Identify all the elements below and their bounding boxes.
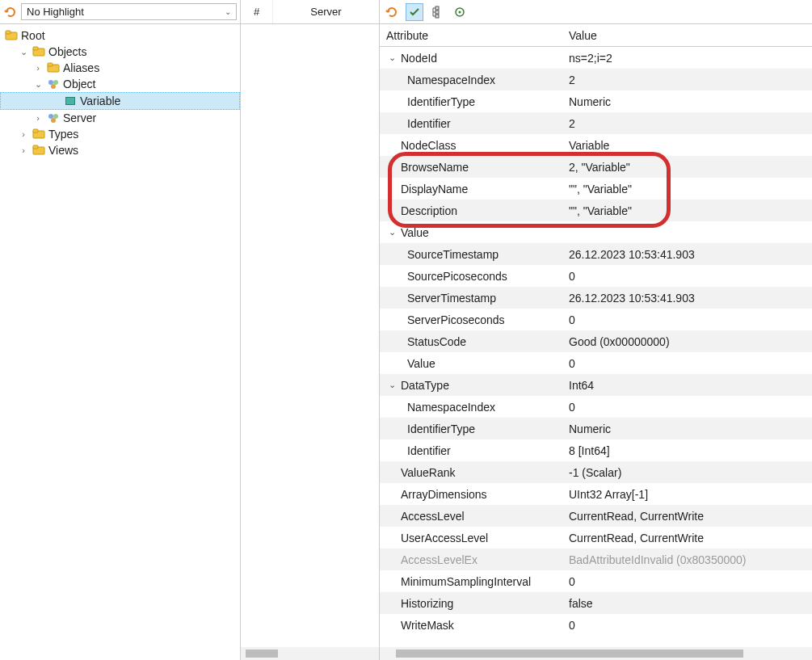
svg-point-10 <box>53 114 58 119</box>
folder-icon <box>32 128 45 141</box>
attr-row[interactable]: ServerTimestamp26.12.2023 10:53:41.903 <box>380 287 812 309</box>
attr-name: WriteMask <box>401 619 454 632</box>
refresh-icon[interactable] <box>383 3 401 21</box>
attr-name: DataType <box>401 379 449 392</box>
attr-value: CurrentRead, CurrentWrite <box>569 532 704 544</box>
attr-row[interactable]: Value0 <box>380 352 812 374</box>
server-table-body <box>241 24 379 647</box>
attr-row[interactable]: ⌄DataTypeInt64 <box>380 374 812 396</box>
chevron-right-icon[interactable]: › <box>32 64 44 73</box>
attr-row[interactable]: DisplayName"", "Variable" <box>380 178 812 200</box>
attr-value: ns=2;i=2 <box>569 52 612 65</box>
tree-node-objects[interactable]: ⌄ Objects <box>0 44 240 60</box>
attr-row[interactable]: ServerPicoseconds0 <box>380 309 812 330</box>
attr-name: NodeClass <box>401 139 456 152</box>
attr-table-body[interactable]: ⌄NodeIdns=2;i=2NamespaceIndex2Identifier… <box>380 47 812 647</box>
col-index[interactable]: # <box>241 0 273 23</box>
attr-name: IdentifierType <box>407 95 475 108</box>
attr-name: SourcePicoseconds <box>407 270 507 283</box>
attr-name: ServerTimestamp <box>407 292 496 305</box>
attr-value: 2 <box>569 117 575 130</box>
tree-structure-icon[interactable] <box>428 3 446 21</box>
svg-rect-18 <box>435 15 439 18</box>
refresh-icon[interactable] <box>3 5 18 19</box>
attr-row[interactable]: NamespaceIndex2 <box>380 69 812 90</box>
target-icon[interactable] <box>451 3 469 21</box>
attr-row[interactable]: Description"", "Variable" <box>380 200 812 221</box>
attr-row[interactable]: Identifier8 [Int64] <box>380 439 812 461</box>
chevron-right-icon[interactable]: › <box>18 146 29 155</box>
attr-name: Identifier <box>407 444 451 457</box>
attr-row[interactable]: ValueRank-1 (Scalar) <box>380 461 812 483</box>
attr-toolbar <box>380 0 812 24</box>
col-server[interactable]: Server <box>273 0 379 23</box>
attr-row[interactable]: BrowseName2, "Variable" <box>380 156 812 178</box>
browse-tree[interactable]: Root ⌄ Objects › Aliases ⌄ Object Variab… <box>0 24 240 158</box>
svg-point-6 <box>48 80 53 85</box>
attr-value: 0 <box>569 357 575 370</box>
svg-point-20 <box>459 11 461 13</box>
attr-name: ArrayDimensions <box>401 488 487 501</box>
chevron-down-icon[interactable]: ⌄ <box>386 53 398 63</box>
chevron-right-icon[interactable]: › <box>32 114 44 123</box>
folder-icon <box>5 29 18 42</box>
tree-label: Views <box>48 144 78 157</box>
attr-row[interactable]: UserAccessLevelCurrentRead, CurrentWrite <box>380 527 812 549</box>
horizontal-scrollbar[interactable] <box>241 647 379 660</box>
attr-value: Good (0x00000000) <box>569 335 670 348</box>
tree-node-variable[interactable]: Variable <box>0 92 240 110</box>
attr-row[interactable]: StatusCodeGood (0x00000000) <box>380 330 812 352</box>
attr-value: CurrentRead, CurrentWrite <box>569 510 704 523</box>
attr-value: 2, "Variable" <box>569 161 630 174</box>
col-attribute[interactable]: Attribute <box>380 29 566 42</box>
tree-node-types[interactable]: › Types <box>0 126 240 142</box>
highlight-dropdown[interactable]: No Highlight ⌄ <box>21 3 237 20</box>
attr-row[interactable]: AccessLevelExBadAttributeIdInvalid (0x80… <box>380 549 812 570</box>
attr-row[interactable]: SourceTimestamp26.12.2023 10:53:41.903 <box>380 243 812 265</box>
attr-row[interactable]: Historizingfalse <box>380 592 812 614</box>
tree-node-views[interactable]: › Views <box>0 142 240 158</box>
attr-name: NamespaceIndex <box>407 401 495 414</box>
attr-value: Numeric <box>569 422 611 435</box>
attr-row[interactable]: SourcePicoseconds0 <box>380 265 812 287</box>
attr-value: Numeric <box>569 95 611 108</box>
chevron-down-icon[interactable]: ⌄ <box>32 80 44 89</box>
attr-row[interactable]: NodeClassVariable <box>380 134 812 156</box>
tree-label: Root <box>21 29 45 42</box>
attr-row[interactable]: ⌄Value <box>380 221 812 243</box>
server-panel: # Server <box>241 0 380 660</box>
col-value[interactable]: Value <box>566 29 812 42</box>
attr-value: "", "Variable" <box>569 204 632 217</box>
chevron-down-icon[interactable]: ⌄ <box>386 380 398 390</box>
chevron-right-icon[interactable]: › <box>18 130 29 139</box>
tree-node-root[interactable]: Root <box>0 27 240 44</box>
attr-value: -1 (Scalar) <box>569 466 621 479</box>
attr-row[interactable]: WriteMask0 <box>380 614 812 636</box>
app-root: No Highlight ⌄ Root ⌄ Objects › Aliases … <box>0 0 812 660</box>
scrollbar-thumb[interactable] <box>396 649 743 658</box>
attr-name: NodeId <box>401 52 437 65</box>
svg-point-11 <box>51 118 56 123</box>
attr-row[interactable]: AccessLevelCurrentRead, CurrentWrite <box>380 505 812 527</box>
svg-rect-16 <box>435 6 439 10</box>
attr-row[interactable]: ArrayDimensionsUInt32 Array[-1] <box>380 483 812 505</box>
attr-row[interactable]: IdentifierTypeNumeric <box>380 90 812 112</box>
check-icon[interactable] <box>406 3 423 21</box>
attr-value: 2 <box>569 74 575 86</box>
highlight-dropdown-label: No Highlight <box>27 6 84 18</box>
attr-row[interactable]: IdentifierTypeNumeric <box>380 418 812 439</box>
scrollbar-thumb[interactable] <box>246 649 278 658</box>
tree-node-aliases[interactable]: › Aliases <box>0 60 240 76</box>
chevron-down-icon[interactable]: ⌄ <box>18 48 29 57</box>
attr-value: 0 <box>569 401 575 414</box>
attr-row[interactable]: NamespaceIndex0 <box>380 396 812 418</box>
tree-node-server[interactable]: › Server <box>0 110 240 126</box>
attr-row[interactable]: ⌄NodeIdns=2;i=2 <box>380 47 812 69</box>
attr-row[interactable]: MinimumSamplingInterval0 <box>380 570 812 592</box>
attr-name: IdentifierType <box>407 422 475 435</box>
horizontal-scrollbar[interactable] <box>380 647 812 660</box>
folder-icon <box>32 45 45 58</box>
tree-node-object[interactable]: ⌄ Object <box>0 76 240 92</box>
attr-row[interactable]: Identifier2 <box>380 112 812 134</box>
chevron-down-icon[interactable]: ⌄ <box>386 227 398 238</box>
